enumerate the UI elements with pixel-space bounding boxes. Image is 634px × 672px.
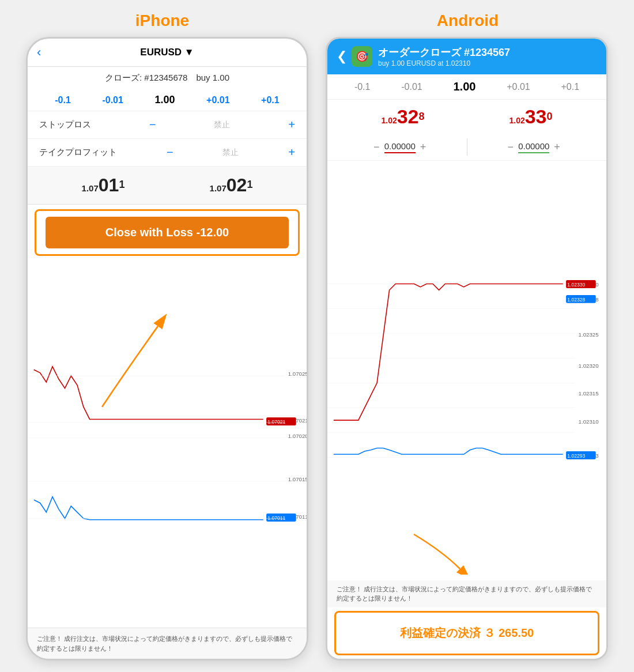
svg-text:1.02325: 1.02325: [579, 331, 599, 338]
sl-divider: [467, 138, 467, 156]
iphone-chart: 1.07025 1.07021 1.07020 1.07015 1.07011 …: [28, 261, 307, 628]
iphone-bid-price: 1.07011: [82, 175, 125, 196]
android-footer-note: ご注意！ 成行注文は、市場状況によって約定価格がきまりますので、必ずしも提示価格…: [327, 580, 606, 607]
android-ask-sup: 0: [547, 111, 553, 122]
android-subtitle: buy 1.00 EURUSD at 1.02310: [378, 59, 597, 67]
android-quantity-row: -0.1 -0.01 1.00 +0.01 +0.1: [327, 74, 606, 100]
iphone-title: EURUSD ▼: [140, 47, 194, 58]
android-qty-current[interactable]: 1.00: [454, 80, 476, 93]
iphone-ask-price: 1.07021: [210, 175, 253, 196]
android-bid-sup: 8: [419, 111, 425, 122]
take-profit-minus[interactable]: −: [167, 146, 173, 159]
take-profit-plus[interactable]: +: [288, 146, 295, 159]
iphone-price-row: 1.07011 1.07021: [28, 167, 307, 205]
svg-text:1.02330: 1.02330: [567, 282, 585, 288]
stop-loss-minus[interactable]: −: [149, 118, 156, 131]
android-qty-minus-0-1[interactable]: -0.1: [354, 82, 371, 92]
ask-prefix: 1.07: [210, 183, 227, 193]
svg-text:1.02310: 1.02310: [579, 418, 599, 425]
iphone-close-btn-wrapper: Close with Loss -12.00: [35, 209, 300, 256]
android-close-btn-wrapper: 利益確定の決済 ３ 265.50: [334, 611, 599, 655]
qty-plus-0-01[interactable]: +0.01: [206, 95, 229, 105]
iphone-mockup: ‹ EURUSD ▼ クローズ: #12345678 buy 1.00 -0.1…: [26, 37, 308, 660]
stop-loss-plus[interactable]: +: [288, 118, 295, 131]
svg-text:1.07011: 1.07011: [267, 515, 285, 521]
take-profit-disabled: 禁止: [222, 148, 239, 158]
bid-prefix: 1.07: [82, 183, 99, 193]
svg-text:1.07020: 1.07020: [288, 433, 307, 439]
svg-text:1.07025: 1.07025: [288, 371, 307, 377]
sl-group-1: − 0.00000 +: [339, 141, 461, 153]
take-profit-label: テイクプロフィット: [39, 147, 117, 158]
android-title: オーダークローズ #1234567: [378, 46, 597, 59]
sl1-plus[interactable]: +: [420, 141, 427, 153]
sl2-plus[interactable]: +: [554, 141, 560, 153]
android-ask-main: 33: [525, 105, 547, 127]
iphone-order-info: クローズ: #12345678 buy 1.00: [28, 67, 307, 89]
svg-text:1.02293: 1.02293: [567, 453, 585, 459]
iphone-close-button[interactable]: Close with Loss -12.00: [46, 217, 289, 248]
sl2-value: 0.00000: [518, 141, 549, 153]
sl2-minus[interactable]: −: [508, 141, 514, 153]
android-mockup: ❮ 🎯 オーダークローズ #1234567 buy 1.00 EURUSD at…: [326, 37, 608, 660]
stop-loss-label: ストップロス: [39, 119, 91, 130]
bid-sup: 1: [119, 179, 124, 190]
android-ask-price: 1.02330: [509, 105, 552, 128]
svg-text:1.02328: 1.02328: [567, 297, 585, 303]
sl1-value: 0.00000: [384, 141, 416, 153]
android-header-icon: 🎯: [352, 46, 372, 67]
iphone-quantity-row: -0.1 -0.01 1.00 +0.01 +0.1: [28, 89, 307, 111]
android-price-row: 1.02328 1.02330: [327, 100, 606, 134]
android-sl-row: − 0.00000 + − 0.00000 +: [327, 134, 606, 161]
sl-group-2: − 0.00000 +: [473, 141, 595, 153]
android-ask-prefix: 1.02: [509, 116, 524, 125]
qty-current[interactable]: 1.00: [154, 94, 175, 106]
stop-loss-disabled: 禁止: [214, 120, 230, 130]
iphone-back-button[interactable]: ‹: [37, 45, 41, 60]
android-header-text: オーダークローズ #1234567 buy 1.00 EURUSD at 1.0…: [378, 46, 597, 67]
iphone-label: iPhone: [135, 12, 189, 30]
android-qty-plus-0-01[interactable]: +0.01: [507, 82, 530, 92]
take-profit-row: テイクプロフィット − 禁止 +: [28, 139, 307, 167]
qty-minus-0-1[interactable]: -0.1: [55, 95, 71, 105]
android-bid-main: 32: [397, 105, 419, 127]
android-header: ❮ 🎯 オーダークローズ #1234567 buy 1.00 EURUSD at…: [327, 39, 606, 74]
ask-main: 02: [227, 175, 247, 195]
stop-loss-row: ストップロス − 禁止 +: [28, 111, 307, 139]
iphone-footer: ご注意！ 成行注文は、市場状況によって約定価格がきまりますので、必ずしも提示価格…: [28, 628, 307, 659]
bid-main: 01: [99, 175, 119, 195]
android-bid-prefix: 1.02: [381, 116, 397, 125]
sl1-minus[interactable]: −: [373, 141, 380, 153]
android-back-button[interactable]: ❮: [337, 49, 347, 64]
android-qty-minus-0-01[interactable]: -0.01: [401, 82, 422, 92]
svg-text:1.07015: 1.07015: [288, 476, 307, 482]
qty-minus-0-01[interactable]: -0.01: [102, 95, 123, 105]
iphone-header: ‹ EURUSD ▼: [28, 39, 307, 67]
ask-sup: 1: [247, 179, 252, 190]
svg-text:1.07021: 1.07021: [267, 419, 285, 425]
android-close-button[interactable]: 利益確定の決済 ３ 265.50: [344, 617, 590, 649]
svg-text:1.02315: 1.02315: [579, 390, 599, 397]
android-chart: 1.02330 1.02328 1.02325 1.02320 1.02315 …: [327, 161, 606, 580]
android-qty-plus-0-1[interactable]: +0.1: [561, 82, 579, 92]
android-label: Android: [437, 12, 499, 30]
android-bid-price: 1.02328: [381, 105, 424, 128]
svg-text:1.02320: 1.02320: [579, 363, 599, 369]
qty-plus-0-1[interactable]: +0.1: [261, 95, 280, 105]
